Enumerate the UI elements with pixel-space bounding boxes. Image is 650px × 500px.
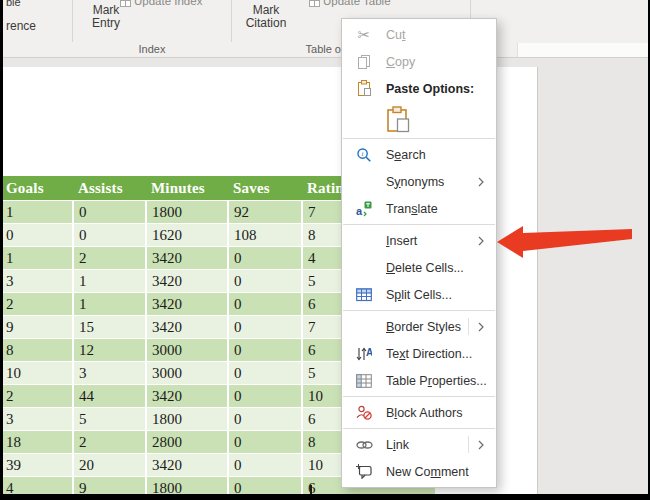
menu-item-label: Translate: [380, 202, 496, 216]
table-cell[interactable]: 1800: [146, 201, 228, 224]
table-cell[interactable]: 44: [73, 385, 146, 408]
menu-item-label: Synonyms: [380, 175, 478, 189]
menu-item-synonyms[interactable]: Synonyms: [342, 168, 496, 195]
menu-item-split-cells[interactable]: Split Cells...: [342, 281, 496, 308]
chevron-right-icon: [478, 177, 484, 187]
table-cell[interactable]: 108: [228, 224, 302, 247]
menu-item-border-styles[interactable]: Border Styles: [342, 313, 496, 340]
table-cell[interactable]: 3420: [146, 270, 228, 293]
menu-item-translate[interactable]: a Translate: [342, 195, 496, 222]
block-authors-icon: [348, 405, 380, 420]
table-cell[interactable]: 0: [228, 339, 302, 362]
svg-text:a: a: [356, 205, 363, 217]
table-cell[interactable]: 2: [73, 247, 146, 270]
table-cell[interactable]: 9: [73, 477, 146, 495]
table-cell[interactable]: 0: [228, 316, 302, 339]
table-cell[interactable]: 18: [3, 431, 73, 454]
table-cell[interactable]: 0: [228, 477, 302, 495]
table-header-cell[interactable]: Minutes: [146, 176, 228, 201]
new-comment-icon: [348, 464, 380, 479]
table-cell[interactable]: 3000: [146, 339, 228, 362]
mark-citation-button[interactable]: Mark Citation: [236, 4, 296, 30]
ribbon-lower-right-panel: [517, 43, 649, 57]
table-cell[interactable]: 5: [73, 408, 146, 431]
menu-item-table-properties[interactable]: Table Properties...: [342, 367, 496, 394]
submenu-divider: [468, 318, 469, 335]
table-cell[interactable]: 3: [73, 362, 146, 385]
submenu-divider: [468, 436, 469, 453]
ribbon-group-divider: [72, 0, 73, 42]
table-cell[interactable]: 0: [73, 224, 146, 247]
ribbon-fragment-top-left[interactable]: ble: [6, 0, 21, 8]
table-cell[interactable]: 2800: [146, 431, 228, 454]
ribbon: ble rence Mark Entry Update Index Index …: [3, 0, 648, 58]
menu-item-insert[interactable]: Insert: [342, 227, 496, 254]
update-index-icon: [120, 0, 131, 7]
table-cell[interactable]: 4: [3, 477, 73, 495]
table-cell[interactable]: 0: [228, 408, 302, 431]
table-cell[interactable]: 0: [228, 454, 302, 477]
table-cell[interactable]: 3420: [146, 385, 228, 408]
ribbon-group-divider: [470, 0, 471, 18]
paste-option-keep-source[interactable]: [342, 102, 496, 136]
table-cell[interactable]: 0: [3, 224, 73, 247]
table-cell[interactable]: 3420: [146, 247, 228, 270]
table-cell[interactable]: 0: [228, 270, 302, 293]
table-cell[interactable]: 12: [73, 339, 146, 362]
table-cell[interactable]: 10: [3, 362, 73, 385]
menu-item-new-comment[interactable]: New Comment: [342, 458, 496, 485]
table-cell[interactable]: 1: [3, 201, 73, 224]
table-cell[interactable]: 0: [228, 362, 302, 385]
svg-text:i: i: [362, 150, 364, 158]
table-cell[interactable]: 15: [73, 316, 146, 339]
table-cell[interactable]: 9: [3, 316, 73, 339]
copy-icon: [348, 54, 380, 70]
table-cell[interactable]: 2: [3, 293, 73, 316]
menu-item-link[interactable]: Link: [342, 431, 496, 458]
table-cell[interactable]: 92: [228, 201, 302, 224]
table-cell[interactable]: 39: [3, 454, 73, 477]
menu-item-label: Search: [380, 148, 496, 162]
table-cell[interactable]: 8: [3, 339, 73, 362]
menu-item-text-direction[interactable]: A Text Direction...: [342, 340, 496, 367]
menu-item-label: Text Direction...: [380, 347, 496, 361]
table-cell[interactable]: 0: [73, 201, 146, 224]
table-cell[interactable]: 0: [228, 293, 302, 316]
table-cell[interactable]: 3000: [146, 362, 228, 385]
table-cell[interactable]: 20: [73, 454, 146, 477]
screenshot-border: [0, 494, 650, 500]
table-cell[interactable]: 1800: [146, 408, 228, 431]
table-cell[interactable]: 1800: [146, 477, 228, 495]
table-cell[interactable]: 1: [3, 247, 73, 270]
table-cell[interactable]: 1: [73, 270, 146, 293]
table-cell[interactable]: 2: [73, 431, 146, 454]
table-cell[interactable]: 3420: [146, 454, 228, 477]
table-cell[interactable]: 1620: [146, 224, 228, 247]
table-cell[interactable]: 1: [73, 293, 146, 316]
menu-item-label: Paste Options:: [380, 82, 496, 96]
table-cell[interactable]: 3420: [146, 316, 228, 339]
menu-item-search[interactable]: i Search: [342, 141, 496, 168]
mark-entry-button[interactable]: Mark Entry: [76, 4, 136, 30]
translate-icon: a: [348, 201, 380, 217]
table-cell[interactable]: 3: [3, 408, 73, 431]
menu-item-label: Border Styles: [380, 320, 468, 334]
update-table-button[interactable]: Update Table: [323, 0, 391, 7]
mark-citation-label-line2: Citation: [246, 16, 287, 30]
table-header-cell[interactable]: Assists: [73, 176, 146, 201]
document-area: GoalsAssistsMinutesSavesRating 101800927…: [3, 58, 648, 494]
table-cell[interactable]: 3: [3, 270, 73, 293]
table-cell[interactable]: 3420: [146, 293, 228, 316]
cross-reference-button-fragment[interactable]: rence: [6, 19, 36, 33]
table-cell[interactable]: 0: [228, 385, 302, 408]
table-header-cell[interactable]: Goals: [3, 176, 73, 201]
table-cell[interactable]: 0: [228, 247, 302, 270]
menu-item-delete-cells[interactable]: Delete Cells...: [342, 254, 496, 281]
table-cell[interactable]: 0: [228, 431, 302, 454]
mark-entry-label-line2: Entry: [92, 16, 120, 30]
menu-item-label: Link: [380, 438, 468, 452]
table-header-cell[interactable]: Saves: [228, 176, 302, 201]
menu-item-block-authors[interactable]: Block Authors: [342, 399, 496, 426]
update-index-button[interactable]: Update Index: [134, 0, 202, 7]
table-cell[interactable]: 2: [3, 385, 73, 408]
